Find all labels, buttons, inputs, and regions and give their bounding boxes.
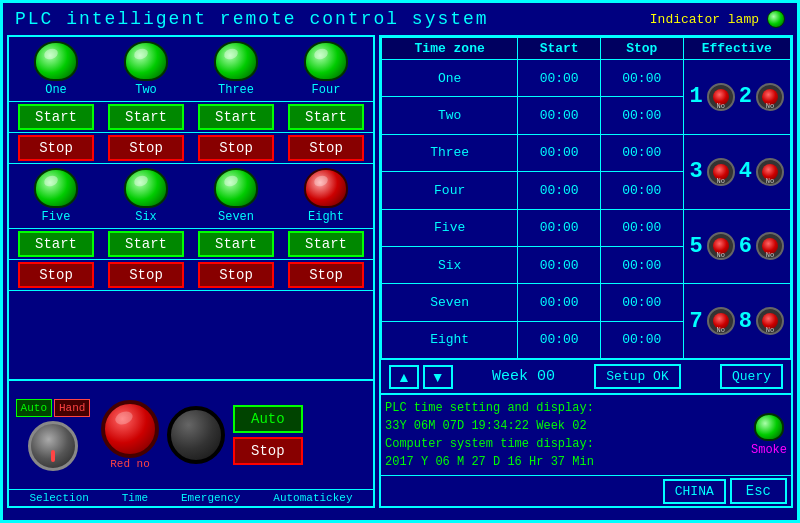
week-down-button[interactable]: ▼ (423, 365, 453, 389)
device-five: Five (13, 168, 99, 224)
stop-big-button[interactable]: Stop (233, 437, 303, 465)
start-five-button[interactable]: Start (18, 231, 94, 257)
automatic-key-button[interactable] (167, 406, 225, 464)
plc-time-value: 33Y 06M 07D 19:34:22 Week 02 (385, 417, 743, 435)
right-panel: Time zone Start Stop Effective One 00:00… (379, 35, 793, 508)
device-eight-label: Eight (308, 210, 344, 224)
stop-seven-button[interactable]: Stop (198, 262, 274, 288)
start-four[interactable]: 00:00 (518, 172, 601, 209)
device-two-label: Two (135, 83, 157, 97)
stop-four[interactable]: 00:00 (600, 172, 683, 209)
device-two: Two (103, 41, 189, 97)
zone-seven: Seven (382, 284, 518, 321)
start-two[interactable]: 00:00 (518, 97, 601, 134)
stop-one-button[interactable]: Stop (18, 135, 94, 161)
schedule-table: Time zone Start Stop Effective One 00:00… (381, 37, 791, 359)
week-up-button[interactable]: ▲ (389, 365, 419, 389)
hand-mode-button[interactable]: Hand (54, 399, 90, 417)
stop-six-button[interactable]: Stop (108, 262, 184, 288)
led-eight (304, 168, 348, 208)
effective-group-34: 3 No 4 No (688, 156, 786, 188)
device-six: Six (103, 168, 189, 224)
col-header-timezone: Time zone (382, 38, 518, 60)
table-row: Five 00:00 00:00 5 No 6 No (382, 209, 791, 246)
stop-five[interactable]: 00:00 (600, 209, 683, 246)
stop-eight-button[interactable]: Stop (288, 262, 364, 288)
week-arrows: ▲ ▼ (389, 365, 453, 389)
led-three (214, 41, 258, 81)
red-no-label: Red no (110, 458, 150, 470)
status-text: PLC time setting and display: 33Y 06M 07… (385, 399, 743, 471)
eff-btn-6[interactable]: No (756, 232, 784, 260)
effective-group-78: 7 No 8 No (688, 305, 786, 337)
start-seven-button[interactable]: Start (198, 231, 274, 257)
stop-four-button[interactable]: Stop (288, 135, 364, 161)
stop-three-button[interactable]: Stop (198, 135, 274, 161)
eff-num-6: 6 (739, 234, 752, 259)
start-six[interactable]: 00:00 (518, 246, 601, 283)
setup-ok-button[interactable]: Setup OK (594, 364, 680, 389)
device-one: One (13, 41, 99, 97)
china-button[interactable]: CHINA (663, 479, 726, 504)
stop-seven[interactable]: 00:00 (600, 284, 683, 321)
start-eight[interactable]: 00:00 (518, 321, 601, 358)
auto-mode-button[interactable]: Auto (16, 399, 52, 417)
emergency-button-area: Red no (101, 400, 159, 470)
esc-button[interactable]: Esc (730, 478, 787, 504)
left-panel: One Two Three Four (7, 35, 375, 508)
device-four-label: Four (312, 83, 341, 97)
emergency-red-button[interactable] (101, 400, 159, 458)
stop-six[interactable]: 00:00 (600, 246, 683, 283)
zone-one: One (382, 60, 518, 97)
selection-knob[interactable] (28, 421, 78, 471)
start-six-button[interactable]: Start (108, 231, 184, 257)
indicator-lamp-area: Indicator lamp (650, 10, 785, 28)
start-row-1: Start Start Start Start (9, 102, 373, 133)
device-seven: Seven (193, 168, 279, 224)
device-three-label: Three (218, 83, 254, 97)
main-window: PLC intelligent remote control system In… (0, 0, 800, 523)
start-three-button[interactable]: Start (198, 104, 274, 130)
stop-two-button[interactable]: Stop (108, 135, 184, 161)
start-eight-button[interactable]: Start (288, 231, 364, 257)
stop-one[interactable]: 00:00 (600, 60, 683, 97)
start-two-button[interactable]: Start (108, 104, 184, 130)
eff-btn-3[interactable]: No (707, 158, 735, 186)
stop-row-1: Stop Stop Stop Stop (9, 133, 373, 164)
eff-btn-1[interactable]: No (707, 83, 735, 111)
bottom-control-area: Auto Hand Red no Auto Stop (9, 379, 373, 489)
eff-btn-5[interactable]: No (707, 232, 735, 260)
stop-eight[interactable]: 00:00 (600, 321, 683, 358)
effective-1-2: 1 No 2 No (683, 60, 790, 135)
device-row-1-leds: One Two Three Four (9, 37, 373, 102)
device-one-label: One (45, 83, 67, 97)
device-three: Three (193, 41, 279, 97)
smoke-panel: Smoke (751, 399, 787, 471)
selection-label: Selection (29, 492, 88, 504)
status-area: PLC time setting and display: 33Y 06M 07… (381, 394, 791, 475)
start-one-button[interactable]: Start (18, 104, 94, 130)
col-header-stop: Stop (600, 38, 683, 60)
stop-five-button[interactable]: Stop (18, 262, 94, 288)
week-label: Week 00 (492, 368, 555, 385)
eff-num-4: 4 (739, 159, 752, 184)
start-five[interactable]: 00:00 (518, 209, 601, 246)
eff-btn-4[interactable]: No (756, 158, 784, 186)
selection-panel: Auto Hand (13, 399, 93, 471)
stop-three[interactable]: 00:00 (600, 134, 683, 171)
eff-btn-8[interactable]: No (756, 307, 784, 335)
start-three[interactable]: 00:00 (518, 134, 601, 171)
stop-two[interactable]: 00:00 (600, 97, 683, 134)
eff-btn-2[interactable]: No (756, 83, 784, 111)
eff-num-7: 7 (690, 309, 703, 334)
table-row: Three 00:00 00:00 3 No 4 No (382, 134, 791, 171)
auto-big-button[interactable]: Auto (233, 405, 303, 433)
eff-btn-7[interactable]: No (707, 307, 735, 335)
indicator-lamp-label: Indicator lamp (650, 12, 759, 27)
start-seven[interactable]: 00:00 (518, 284, 601, 321)
query-button[interactable]: Query (720, 364, 783, 389)
start-four-button[interactable]: Start (288, 104, 364, 130)
start-one[interactable]: 00:00 (518, 60, 601, 97)
table-row: One 00:00 00:00 1 No 2 No (382, 60, 791, 97)
main-content: One Two Three Four (7, 35, 793, 508)
